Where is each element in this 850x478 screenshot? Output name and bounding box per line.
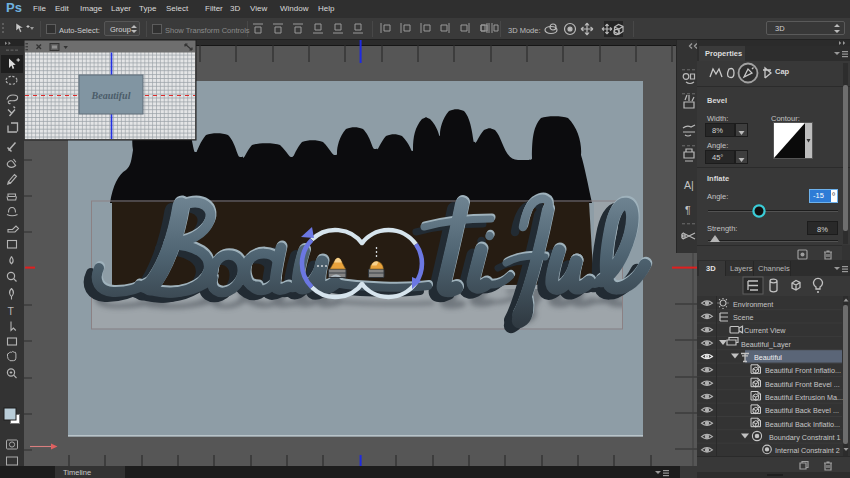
svg-text:Beautiful_Layer: Beautiful_Layer [741, 340, 792, 349]
svg-text:Scene: Scene [733, 313, 753, 322]
svg-text:¶: ¶ [685, 204, 691, 216]
svg-text:Beautiful Back Bevel ...: Beautiful Back Bevel ... [765, 406, 839, 415]
svg-text:Boundary Constraint 1: Boundary Constraint 1 [769, 433, 841, 442]
svg-text:T: T [8, 305, 15, 317]
svg-text:A|: A| [684, 179, 694, 191]
svg-text:Beautiful: Beautiful [91, 90, 131, 101]
svg-text:Beautiful Extrusion Ma...: Beautiful Extrusion Ma... [765, 393, 843, 402]
svg-text:Internal Constraint 2: Internal Constraint 2 [775, 446, 840, 455]
svg-text:Beautiful Front Inflatio...: Beautiful Front Inflatio... [765, 366, 841, 375]
svg-text:Beautiful: Beautiful [754, 353, 782, 362]
svg-text:Beautiful Front Bevel ...: Beautiful Front Bevel ... [765, 380, 840, 389]
svg-text:Current View: Current View [744, 326, 786, 335]
svg-text:Environment: Environment [733, 300, 773, 309]
svg-text:Beautiful Back Inflatio...: Beautiful Back Inflatio... [765, 420, 840, 429]
